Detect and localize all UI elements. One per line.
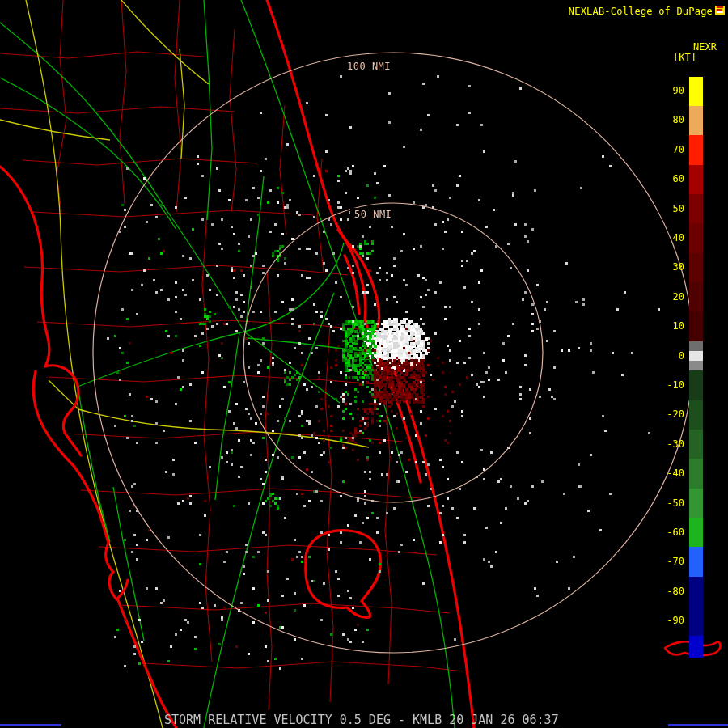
attribution-text: NEXLAB-College of DuPage [569, 6, 713, 17]
colorbar-tick-label: -90 [647, 616, 684, 626]
colorbar-segment [689, 135, 703, 165]
colorbar-segment [689, 547, 703, 577]
colorbar-segment [689, 636, 703, 658]
colorbar-labels: 9080706050403020100-10-20-30-40-50-60-70… [647, 0, 684, 728]
colorbar-segment [689, 282, 703, 311]
colorbar-segments [689, 77, 703, 658]
colorbar-tick-label: 90 [647, 86, 684, 96]
colorbar-tick-label: 10 [647, 321, 684, 332]
colorbar-segment [689, 370, 703, 400]
colorbar-tick-label: -60 [647, 527, 684, 538]
range-ring-100nmi [93, 53, 693, 653]
range-ring-label-50nmi: 50 NMI [354, 209, 392, 220]
colorbar-tick-label: 40 [647, 233, 684, 243]
colorbar-segment [689, 361, 703, 370]
colorbar-title: NEXR [693, 41, 717, 53]
colorbar-tick-label: -10 [647, 380, 684, 391]
colorbar-tick-label: -30 [647, 439, 684, 450]
colorbar-tick-label: 80 [647, 115, 684, 125]
colorbar-segment [689, 577, 703, 636]
colorbar-tick-label: 70 [647, 145, 684, 155]
colorbar-segment [689, 489, 703, 518]
footer-product-title: STORM RELATIVE VELOCITY 0.5 DEG - KMLB 2… [164, 713, 559, 727]
colorbar-tick-label: 20 [647, 292, 684, 303]
colorbar-tick-label: 60 [647, 174, 684, 184]
colorbar-segment [689, 311, 703, 341]
colorbar-segment [689, 341, 703, 351]
map-border-line-left [0, 724, 61, 726]
map-border-line-right [668, 724, 728, 726]
radar-display: 100 NMI 50 NMI NEXR [KT] 908070605040302… [0, 0, 728, 728]
cod-logo-icon [715, 5, 726, 15]
colorbar-segment [689, 194, 703, 223]
colorbar-segment [689, 518, 703, 547]
colorbar-tick-label: 50 [647, 204, 684, 214]
colorbar-segment [689, 430, 703, 459]
colorbar-tick-label: 0 [647, 351, 684, 362]
colorbar-segment [689, 106, 703, 135]
colorbar-segment [689, 351, 703, 361]
colorbar-tick-label: -50 [647, 498, 684, 509]
range-ring-label-100nmi: 100 NMI [347, 61, 391, 72]
colorbar-segment [689, 459, 703, 489]
colorbar-tick-label: -40 [647, 468, 684, 479]
range-ring-overlay: 100 NMI 50 NMI [0, 0, 728, 728]
colorbar-segment [689, 77, 703, 106]
colorbar-segment [689, 165, 703, 194]
colorbar-segment [689, 253, 703, 282]
colorbar-tick-label: -20 [647, 409, 684, 420]
colorbar-tick-label: 30 [647, 262, 684, 273]
colorbar-tick-label: -80 [647, 586, 684, 597]
colorbar-segment [689, 223, 703, 253]
range-ring-50nmi [243, 203, 543, 502]
range-rings [93, 53, 693, 653]
colorbar-tick-label: -70 [647, 557, 684, 567]
colorbar-segment [689, 400, 703, 430]
